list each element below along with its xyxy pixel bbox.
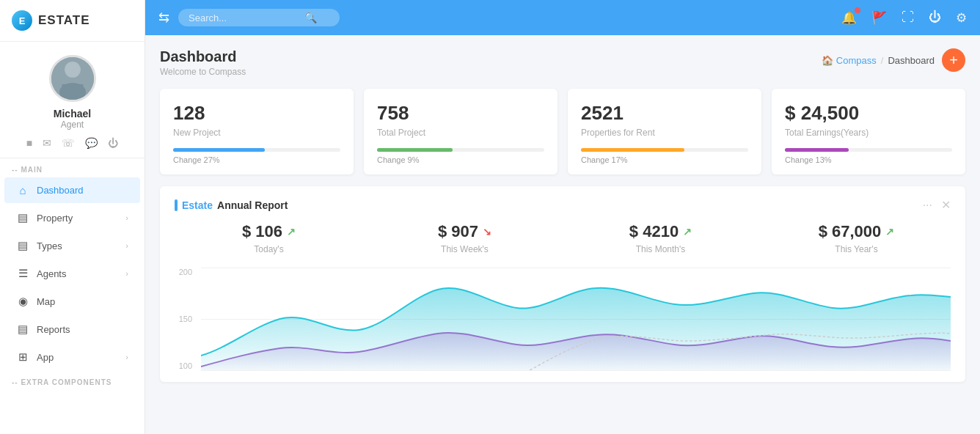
chevron-right-icon-agents: ›: [125, 269, 128, 278]
sidebar-item-label-reports: Reports: [37, 324, 70, 335]
breadcrumb-home[interactable]: 🏠 Compass: [822, 55, 877, 66]
stat-change: Change 17%: [581, 155, 748, 164]
y-label-150: 150: [175, 315, 197, 323]
contact-icon[interactable]: ☏: [62, 137, 75, 149]
user-role: Agent: [61, 119, 84, 130]
main-content: ⇆ 🔍 🔔 🚩 ⛶ ⏻ ⚙ Dashboard Welcome to Compa…: [145, 0, 980, 434]
search-icon: 🔍: [304, 12, 317, 23]
stat-value: 758: [377, 102, 544, 125]
stat-bar: [377, 148, 453, 152]
sidebar-item-agents[interactable]: ☰ Agents ›: [4, 260, 140, 287]
sidebar-item-label-app: App: [37, 352, 54, 363]
report-metrics: $ 106 ↗ Today's $ 907 ↘ This Week's $ 42…: [175, 222, 951, 254]
title-accent: Estate: [182, 199, 213, 211]
stat-value: $ 24,500: [785, 102, 952, 125]
stat-card-rent: 2521 Properties for Rent Change 17%: [568, 89, 761, 174]
stat-bar: [785, 148, 849, 152]
sidebar-item-label-types: Types: [37, 240, 62, 251]
metric-value: $ 106: [242, 222, 282, 241]
settings-icon[interactable]: ⚙: [956, 10, 967, 26]
calendar-icon[interactable]: ■: [26, 137, 32, 149]
sidebar-item-property[interactable]: ▤ Property ›: [4, 205, 140, 231]
close-icon[interactable]: ✕: [941, 198, 951, 212]
metric-label: This Month's: [566, 244, 755, 254]
svg-rect-3: [62, 84, 83, 98]
dashboard-icon: ⌂: [16, 184, 29, 196]
search-box[interactable]: 🔍: [178, 9, 340, 26]
toggle-icon[interactable]: ⇆: [158, 10, 169, 26]
map-icon: ◉: [16, 295, 29, 308]
y-label-100: 100: [175, 361, 197, 370]
page-subtitle: Welcome to Compass: [160, 67, 246, 77]
metric-label: This Week's: [370, 244, 559, 254]
stat-card-new-project: 128 New Project Change 27%: [160, 89, 354, 174]
metric-label: This Year's: [762, 244, 951, 254]
metric-today: $ 106 ↗ Today's: [175, 222, 363, 254]
stat-change: Change 27%: [173, 155, 340, 164]
stat-bar: [581, 148, 684, 152]
breadcrumb-current: Dashboard: [888, 55, 935, 66]
sidebar-item-app[interactable]: ⊞ App ›: [4, 344, 140, 370]
stat-card-earnings: $ 24,500 Total Earnings(Years) Change 13…: [772, 89, 965, 174]
chat-icon[interactable]: 💬: [85, 137, 98, 149]
annual-report-card: Estate Annual Report ··· ✕ $ 106 ↗ Today…: [160, 186, 965, 382]
sidebar: E ESTATE Michael Agent ■ ✉ ☏ 💬 ⏻ -- MAI: [0, 0, 145, 434]
stat-bar: [173, 148, 265, 152]
logo-icon: E: [12, 10, 32, 31]
app-icon: ⊞: [16, 350, 29, 364]
trend-down-icon: ↘: [483, 226, 491, 238]
page-content: Dashboard Welcome to Compass 🏠 Compass /…: [145, 35, 980, 434]
user-profile: Michael Agent ■ ✉ ☏ 💬 ⏻: [0, 42, 145, 158]
title-rest: Annual Report: [217, 199, 288, 211]
sidebar-item-label-map: Map: [37, 296, 55, 307]
reports-icon: ▤: [16, 323, 29, 336]
agents-icon: ☰: [16, 267, 29, 280]
trend-up-icon-year: ↗: [885, 226, 894, 238]
search-input[interactable]: [189, 12, 299, 23]
stat-value: 128: [173, 102, 340, 125]
power-icon[interactable]: ⏻: [929, 10, 941, 25]
power-icon[interactable]: ⏻: [108, 137, 118, 149]
sidebar-item-map[interactable]: ◉ Map: [4, 288, 140, 315]
chevron-right-icon: ›: [125, 213, 128, 222]
sidebar-item-label-dashboard: Dashboard: [37, 185, 84, 196]
page-title: Dashboard: [160, 48, 246, 65]
stat-label: New Project: [173, 128, 340, 138]
metric-value: $ 907: [438, 222, 478, 241]
y-label-200: 200: [175, 268, 197, 276]
stat-change: Change 9%: [377, 155, 544, 164]
sidebar-item-label-property: Property: [37, 213, 73, 224]
breadcrumb: 🏠 Compass / Dashboard: [822, 55, 935, 66]
metric-value: $ 4210: [629, 222, 679, 241]
page-header: Dashboard Welcome to Compass 🏠 Compass /…: [160, 48, 965, 77]
annual-actions: ··· ✕: [923, 198, 951, 212]
stat-change: Change 13%: [785, 155, 952, 164]
main-section-label: -- MAIN: [0, 158, 145, 177]
topbar: ⇆ 🔍 🔔 🚩 ⛶ ⏻ ⚙: [145, 0, 980, 35]
chart-area: 200 150 100: [175, 268, 951, 370]
sidebar-item-reports[interactable]: ▤ Reports: [4, 316, 140, 342]
metric-year: $ 67,000 ↗ This Year's: [762, 222, 951, 254]
svg-point-1: [65, 62, 81, 78]
trend-up-icon: ↗: [683, 226, 692, 238]
avatar: [49, 55, 96, 102]
sidebar-logo: E ESTATE: [0, 0, 145, 42]
extra-section-label: -- EXTRA COMPONENTS: [0, 371, 145, 389]
metric-label: Today's: [175, 244, 363, 254]
add-button[interactable]: +: [942, 48, 965, 72]
fullscreen-icon[interactable]: ⛶: [902, 10, 914, 25]
stats-row: 128 New Project Change 27% 758 Total Pro…: [160, 89, 965, 174]
notification-icon[interactable]: 🔔: [841, 10, 857, 26]
stat-card-total-project: 758 Total Project Change 9%: [364, 89, 557, 174]
sidebar-item-types[interactable]: ▤ Types ›: [4, 232, 140, 259]
more-icon[interactable]: ···: [923, 199, 932, 212]
stat-label: Properties for Rent: [581, 128, 748, 138]
flag-icon[interactable]: 🚩: [871, 10, 887, 26]
metric-week: $ 907 ↘ This Week's: [370, 222, 559, 254]
user-name: Michael: [54, 108, 91, 119]
annual-header: Estate Annual Report ··· ✕: [175, 198, 951, 212]
trend-up-icon: ↗: [287, 226, 296, 238]
app-name: ESTATE: [38, 13, 90, 28]
mail-icon[interactable]: ✉: [43, 137, 51, 149]
sidebar-item-dashboard[interactable]: ⌂ Dashboard: [4, 177, 140, 203]
